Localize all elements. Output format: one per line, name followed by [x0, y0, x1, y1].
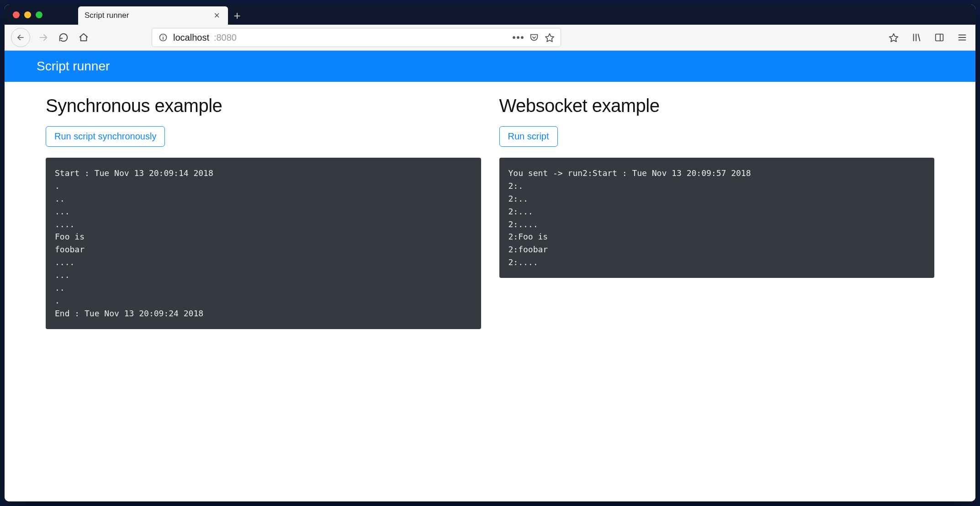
arrow-left-icon	[16, 33, 25, 42]
window-controls	[5, 11, 51, 18]
tab-strip: Script runner × +	[5, 5, 975, 25]
info-icon[interactable]	[158, 32, 169, 43]
reload-button[interactable]	[57, 31, 70, 44]
svg-marker-5	[546, 34, 554, 42]
run-ws-button[interactable]: Run script	[499, 126, 558, 147]
menu-icon[interactable]	[955, 31, 969, 44]
websocket-column: Websocket example Run script You sent ->…	[499, 96, 935, 329]
pocket-icon[interactable]	[529, 32, 540, 43]
svg-line-9	[918, 34, 920, 41]
url-port: :8080	[214, 32, 237, 43]
more-icon[interactable]: •••	[513, 32, 524, 43]
content: Synchronous example Run script synchrono…	[5, 82, 975, 352]
websocket-heading: Websocket example	[499, 96, 935, 116]
minimize-window-button[interactable]	[24, 11, 31, 18]
bookmark-star-icon[interactable]	[544, 32, 555, 43]
synchronous-output: Start : Tue Nov 13 20:09:14 2018 . .. ..…	[46, 158, 481, 329]
home-button[interactable]	[77, 31, 90, 44]
synchronous-column: Synchronous example Run script synchrono…	[46, 96, 481, 329]
back-button[interactable]	[11, 28, 30, 47]
tab-active[interactable]: Script runner ×	[78, 6, 228, 25]
websocket-output: You sent -> run2:Start : Tue Nov 13 20:0…	[499, 158, 935, 278]
svg-rect-10	[936, 34, 943, 41]
svg-point-4	[163, 35, 164, 36]
address-bar[interactable]: localhost:8080 •••	[152, 28, 561, 47]
library-icon[interactable]	[910, 31, 923, 44]
forward-button	[37, 31, 50, 44]
new-tab-button[interactable]: +	[228, 6, 246, 25]
app-banner: Script runner	[5, 51, 975, 82]
sidebar-icon[interactable]	[932, 31, 946, 44]
tabs: Script runner × +	[78, 5, 246, 25]
close-tab-icon[interactable]: ×	[212, 11, 222, 21]
svg-marker-6	[890, 34, 898, 42]
run-sync-button[interactable]: Run script synchronously	[46, 126, 165, 147]
maximize-window-button[interactable]	[36, 11, 42, 18]
home-icon	[79, 32, 89, 43]
reload-icon	[58, 32, 69, 43]
browser-toolbar: localhost:8080 •••	[5, 25, 975, 51]
app-title: Script runner	[37, 59, 110, 73]
synchronous-heading: Synchronous example	[46, 96, 481, 116]
browser-window: Script runner × + localhost:8080 •••	[5, 5, 975, 501]
arrow-right-icon	[38, 32, 48, 43]
tab-title: Script runner	[85, 11, 207, 20]
url-host: localhost	[173, 32, 209, 43]
toolbar-right	[887, 31, 969, 44]
close-window-button[interactable]	[13, 11, 20, 18]
bookmark-add-icon[interactable]	[887, 31, 901, 44]
page-viewport: Script runner Synchronous example Run sc…	[5, 51, 975, 501]
